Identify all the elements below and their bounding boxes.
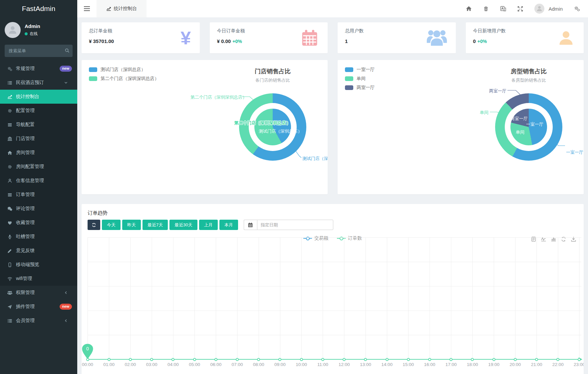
data-point-marker[interactable]: [449, 358, 452, 361]
data-point-marker[interactable]: [300, 358, 303, 361]
settings-button[interactable]: [574, 6, 580, 12]
data-point-marker[interactable]: [428, 358, 431, 361]
sidebar-item-store[interactable]: 门店管理: [0, 132, 77, 146]
sidebar-item-plugins[interactable]: 插件管理new: [0, 300, 77, 314]
sidebar-item-feedback-mic[interactable]: 吐槽管理: [0, 230, 77, 244]
brand-logo[interactable]: FastAdmin: [0, 0, 77, 17]
data-point-marker[interactable]: [278, 358, 281, 361]
donut-inner-ring[interactable]: [254, 109, 291, 145]
sidebar-item-members[interactable]: 会员管理: [0, 314, 77, 328]
data-point-marker[interactable]: [86, 358, 89, 361]
bank-icon: [7, 136, 12, 141]
sidebar-item-room-config[interactable]: 房间配置管理: [0, 160, 77, 174]
chart-subtitle: 各房型的销售占比: [511, 77, 546, 83]
legend-item[interactable]: 第二个门店（深圳深圳总店）: [89, 76, 159, 82]
data-point-marker[interactable]: [556, 358, 559, 361]
calendar-icon: [300, 29, 319, 47]
data-point-marker[interactable]: [364, 358, 367, 361]
donut-chart-stores[interactable]: 第二个门店（深圳深圳总店） 测试门店（深圳总店）: [239, 93, 306, 161]
legend-item[interactable]: 单间: [345, 76, 375, 82]
users-icon: [7, 290, 12, 295]
sidebar-item-room[interactable]: 房间管理: [0, 146, 77, 160]
gear-icon: [7, 108, 12, 113]
data-point-marker[interactable]: [386, 358, 389, 361]
home-button[interactable]: [466, 6, 472, 12]
clear-cache-button[interactable]: [483, 6, 489, 12]
mobile-icon: [7, 262, 12, 267]
pie-inner-label: 第二个门店（深圳深圳总店）: [234, 120, 291, 126]
sidebar-item-wifi[interactable]: wifi管理: [0, 272, 77, 286]
fullscreen-button[interactable]: [517, 6, 523, 12]
person-icon: [536, 5, 543, 12]
data-point-marker[interactable]: [214, 358, 217, 361]
data-point-marker[interactable]: [257, 358, 260, 361]
comments-icon: [7, 206, 12, 211]
topbar-username: Admin: [548, 6, 563, 12]
chevron-down-icon: [64, 80, 68, 85]
sidebar-item-hotel-booking[interactable]: 民宿酒店预订: [0, 76, 77, 90]
donut-chart-room-types[interactable]: 两室一厅 一室一厅 单间: [495, 93, 562, 161]
tab-dashboard[interactable]: 统计控制台: [97, 0, 147, 17]
chart-line-icon: [106, 6, 111, 11]
sidebar-item-orders[interactable]: 订单管理: [0, 188, 77, 202]
sidebar-item-config[interactable]: 配置管理: [0, 104, 77, 118]
x-axis-tick-label: 12:00: [334, 362, 354, 367]
data-point-marker[interactable]: [108, 358, 111, 361]
x-axis-tick-label: 00:00: [82, 362, 98, 367]
range-yesterday-button[interactable]: 昨天: [122, 220, 141, 230]
data-point-marker[interactable]: [407, 358, 410, 361]
date-picker-input[interactable]: [257, 220, 333, 230]
sidebar-item-favorites[interactable]: 收藏管理: [0, 216, 77, 230]
menu-search-input[interactable]: [5, 45, 73, 57]
range-this-month-button[interactable]: 本月: [219, 220, 238, 230]
sidebar-item-comments[interactable]: 评论管理: [0, 202, 77, 216]
sidebar-item-general[interactable]: 常规管理new: [0, 62, 77, 76]
trend-chart-plot-area[interactable]: 0: [88, 237, 581, 359]
x-axis-tick-label: 15:00: [398, 362, 418, 367]
sidebar-item-guest-info[interactable]: 住客信息管理: [0, 174, 77, 188]
data-point-marker[interactable]: [514, 358, 517, 361]
legend-swatch: [89, 76, 97, 81]
search-icon[interactable]: [65, 48, 70, 53]
legend-item[interactable]: 测试门店（深圳总店）: [89, 67, 159, 73]
sidebar-toggle-button[interactable]: [77, 0, 97, 17]
range-today-button[interactable]: 今天: [102, 220, 121, 230]
sidebar-item-nav-config[interactable]: 导航配置: [0, 118, 77, 132]
data-point-marker[interactable]: [129, 358, 132, 361]
data-point-marker[interactable]: [343, 358, 346, 361]
online-dot-icon: [25, 32, 28, 35]
stat-delta: +0%: [232, 39, 242, 44]
x-axis-tick-label: 21:00: [527, 362, 547, 367]
range-30days-button[interactable]: 最近30天: [169, 220, 197, 230]
stat-card-total-users: 总用户数 1: [338, 22, 456, 53]
data-point-marker[interactable]: [321, 358, 324, 361]
sidebar-item-permissions[interactable]: 权限管理: [0, 286, 77, 300]
data-point-marker[interactable]: [193, 358, 196, 361]
language-button[interactable]: [500, 6, 506, 12]
refresh-button[interactable]: [88, 220, 100, 230]
data-point-marker[interactable]: [492, 358, 495, 361]
order-trend-card: 订单趋势 今天 昨天 最近7天 最近30天 上月 本月 交易额 订单数: [82, 204, 584, 374]
data-point-marker[interactable]: [150, 358, 153, 361]
range-7days-button[interactable]: 最近7天: [143, 220, 168, 230]
legend-item[interactable]: 一室一厅: [345, 67, 375, 73]
list-icon: [7, 318, 12, 323]
data-point-marker[interactable]: [471, 358, 474, 361]
data-point-marker[interactable]: [535, 358, 538, 361]
x-axis-tick-label: 22:00: [548, 362, 568, 367]
range-last-month-button[interactable]: 上月: [199, 220, 218, 230]
legend-item[interactable]: 两室一厅: [345, 85, 375, 91]
date-range-buttons: 今天 昨天 最近7天 最近30天 上月 本月: [88, 220, 333, 230]
x-axis-tick-label: 01:00: [99, 362, 119, 367]
data-point-marker[interactable]: [171, 358, 174, 361]
x-axis-tick-label: 23:00: [569, 362, 584, 367]
data-point-marker[interactable]: [236, 358, 239, 361]
sidebar-item-dashboard[interactable]: 统计控制台: [0, 90, 77, 104]
users-group-icon: [427, 28, 447, 48]
stat-card-new-users-today: 今日新增用户数 0+0%: [466, 22, 584, 53]
pie-outer-label: 一室一厅: [566, 149, 583, 155]
sidebar-item-mobile-preview[interactable]: 移动端预览: [0, 258, 77, 272]
user-menu[interactable]: Admin: [534, 4, 563, 14]
chevron-left-icon: [64, 290, 68, 295]
sidebar-item-suggestions[interactable]: 意见反馈: [0, 244, 77, 258]
